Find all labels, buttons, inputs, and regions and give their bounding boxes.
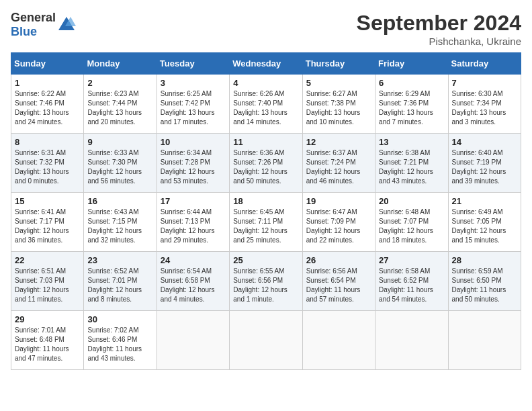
calendar-week-2: 8 Sunrise: 6:31 AMSunset: 7:32 PMDayligh… (11, 134, 521, 193)
calendar-header-row: Sunday Monday Tuesday Wednesday Thursday… (11, 53, 521, 75)
col-thursday: Thursday (302, 53, 375, 75)
logo: General Blue (11, 11, 76, 39)
col-wednesday: Wednesday (230, 53, 302, 75)
day-27: 27 Sunrise: 6:58 AMSunset: 6:52 PMDaylig… (375, 252, 448, 311)
location: Pishchanka, Ukraine (357, 36, 521, 47)
day-8: 8 Sunrise: 6:31 AMSunset: 7:32 PMDayligh… (11, 134, 84, 193)
day-20: 20 Sunrise: 6:48 AMSunset: 7:07 PMDaylig… (375, 193, 448, 252)
col-saturday: Saturday (448, 53, 521, 75)
col-sunday: Sunday (11, 53, 84, 75)
calendar-week-1: 1 Sunrise: 6:22 AMSunset: 7:46 PMDayligh… (11, 75, 521, 134)
day-18: 18 Sunrise: 6:45 AMSunset: 7:11 PMDaylig… (230, 193, 302, 252)
day-15: 15 Sunrise: 6:41 AMSunset: 7:17 PMDaylig… (11, 193, 84, 252)
col-friday: Friday (375, 53, 448, 75)
logo-general: General (11, 11, 56, 24)
day-26: 26 Sunrise: 6:56 AMSunset: 6:54 PMDaylig… (302, 252, 375, 311)
day-12: 12 Sunrise: 6:37 AMSunset: 7:24 PMDaylig… (302, 134, 375, 193)
empty-cell-2 (230, 311, 302, 370)
day-3: 3 Sunrise: 6:25 AMSunset: 7:42 PMDayligh… (157, 75, 229, 134)
calendar-table: Sunday Monday Tuesday Wednesday Thursday… (11, 52, 521, 370)
day-16: 16 Sunrise: 6:43 AMSunset: 7:15 PMDaylig… (84, 193, 157, 252)
day-2: 2 Sunrise: 6:23 AMSunset: 7:44 PMDayligh… (84, 75, 157, 134)
day-23: 23 Sunrise: 6:52 AMSunset: 7:01 PMDaylig… (84, 252, 157, 311)
day-25: 25 Sunrise: 6:55 AMSunset: 6:56 PMDaylig… (230, 252, 302, 311)
day-22: 22 Sunrise: 6:51 AMSunset: 7:03 PMDaylig… (11, 252, 84, 311)
day-9: 9 Sunrise: 6:33 AMSunset: 7:30 PMDayligh… (84, 134, 157, 193)
calendar-week-3: 15 Sunrise: 6:41 AMSunset: 7:17 PMDaylig… (11, 193, 521, 252)
day-29: 29 Sunrise: 7:01 AMSunset: 6:48 PMDaylig… (11, 311, 84, 370)
col-monday: Monday (84, 53, 157, 75)
day-21: 21 Sunrise: 6:49 AMSunset: 7:05 PMDaylig… (448, 193, 521, 252)
day-19: 19 Sunrise: 6:47 AMSunset: 7:09 PMDaylig… (302, 193, 375, 252)
empty-cell-4 (375, 311, 448, 370)
day-13: 13 Sunrise: 6:38 AMSunset: 7:21 PMDaylig… (375, 134, 448, 193)
calendar-week-4: 22 Sunrise: 6:51 AMSunset: 7:03 PMDaylig… (11, 252, 521, 311)
month-title: September 2024 (357, 11, 521, 36)
day-30: 30 Sunrise: 7:02 AMSunset: 6:46 PMDaylig… (84, 311, 157, 370)
day-14: 14 Sunrise: 6:40 AMSunset: 7:19 PMDaylig… (448, 134, 521, 193)
day-11: 11 Sunrise: 6:36 AMSunset: 7:26 PMDaylig… (230, 134, 302, 193)
title-block: September 2024 Pishchanka, Ukraine (357, 11, 521, 47)
calendar-week-5: 29 Sunrise: 7:01 AMSunset: 6:48 PMDaylig… (11, 311, 521, 370)
page-header: General Blue September 2024 Pishchanka, … (11, 11, 521, 47)
day-17: 17 Sunrise: 6:44 AMSunset: 7:13 PMDaylig… (157, 193, 229, 252)
day-1: 1 Sunrise: 6:22 AMSunset: 7:46 PMDayligh… (11, 75, 84, 134)
empty-cell-3 (302, 311, 375, 370)
empty-cell-5 (448, 311, 521, 370)
col-tuesday: Tuesday (157, 53, 229, 75)
day-5: 5 Sunrise: 6:27 AMSunset: 7:38 PMDayligh… (302, 75, 375, 134)
day-10: 10 Sunrise: 6:34 AMSunset: 7:28 PMDaylig… (157, 134, 229, 193)
logo-icon (57, 15, 76, 34)
day-28: 28 Sunrise: 6:59 AMSunset: 6:50 PMDaylig… (448, 252, 521, 311)
empty-cell-1 (157, 311, 229, 370)
day-4: 4 Sunrise: 6:26 AMSunset: 7:40 PMDayligh… (230, 75, 302, 134)
logo-blue: Blue (11, 25, 37, 38)
day-7: 7 Sunrise: 6:30 AMSunset: 7:34 PMDayligh… (448, 75, 521, 134)
day-6: 6 Sunrise: 6:29 AMSunset: 7:36 PMDayligh… (375, 75, 448, 134)
day-24: 24 Sunrise: 6:54 AMSunset: 6:58 PMDaylig… (157, 252, 229, 311)
